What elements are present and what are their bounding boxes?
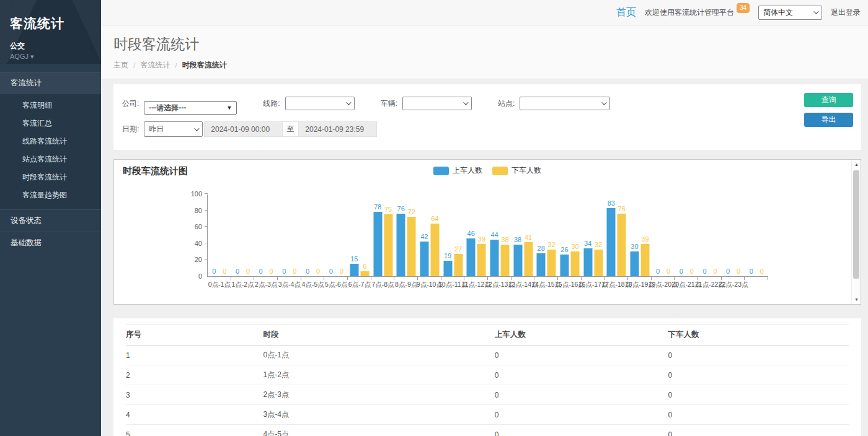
top-navbar: 首页 欢迎使用客流统计管理平台34 简体中文 退出登录: [101, 0, 868, 25]
home-link[interactable]: 首页: [616, 6, 636, 19]
bar-group: 384113点-14点: [512, 194, 535, 276]
bar: 32: [594, 250, 603, 276]
table-cell: 3: [126, 385, 264, 405]
bar-value-label: 0: [270, 268, 273, 275]
date-to-input[interactable]: 2024-01-09 23:59: [298, 121, 377, 137]
sidebar-subitem[interactable]: 客流量趋势图: [0, 186, 101, 204]
sidebar-subitem[interactable]: 线路客流统计: [0, 133, 101, 150]
bar-value-label: 0: [282, 268, 286, 275]
sidebar-subitem[interactable]: 客流明细: [0, 97, 101, 115]
date-label: 日期:: [122, 124, 139, 134]
table-cell: 0: [668, 405, 849, 425]
bar-group: 004点-5点: [301, 194, 325, 276]
y-axis-tick: [205, 193, 208, 194]
sidebar-section-passenger-stats[interactable]: 客流统计: [0, 72, 101, 94]
scroll-up-icon[interactable]: ▲: [852, 160, 861, 169]
bar-group: 76728点-9点: [394, 194, 418, 276]
bar-value-label: 0: [340, 268, 343, 275]
bar: 46: [467, 238, 476, 276]
y-axis-tick: [205, 243, 208, 243]
bar-value-label: 0: [666, 268, 670, 275]
table-cell: 0: [668, 346, 849, 365]
y-axis-tick: [205, 210, 208, 211]
bar-value-label: 0: [316, 268, 320, 275]
bar: 75: [384, 214, 392, 276]
x-axis-tick-label: 8点-9点: [395, 281, 417, 289]
legend-item[interactable]: 上车人数: [433, 165, 482, 176]
bar: 6: [360, 271, 369, 276]
bar-value-label: 46: [467, 230, 475, 237]
welcome-text: 欢迎使用客流统计管理平台34: [645, 7, 750, 18]
bar-group: 0021点-22点: [698, 194, 722, 276]
bar-group: 463911点-12点: [464, 194, 488, 276]
breadcrumb-section[interactable]: 客流统计: [140, 60, 170, 71]
bar-group: 001点-2点: [231, 194, 255, 276]
legend-swatch-icon: [492, 167, 508, 175]
data-table: 序号时段上车人数下车人数 10点-1点0021点-2点0032点-3点0043点…: [126, 324, 849, 436]
bar-value-label: 0: [760, 268, 764, 275]
bar-value-label: 30: [571, 243, 578, 250]
notification-badge[interactable]: 34: [737, 3, 750, 13]
sidebar-section-device-status[interactable]: 设备状态: [0, 209, 101, 232]
bar-value-label: 27: [454, 245, 462, 253]
station-select[interactable]: [520, 97, 610, 110]
sidebar-subitem[interactable]: 站点客流统计: [0, 150, 101, 168]
bar-value-label: 28: [538, 245, 545, 252]
scroll-down-icon[interactable]: ▼: [852, 295, 861, 304]
chevron-down-icon: [195, 126, 200, 131]
bar: 76: [618, 214, 626, 276]
bar-value-label: 26: [560, 246, 568, 253]
bar-value-label: 0: [246, 268, 250, 275]
company-select[interactable]: ---请选择--- ▼: [144, 101, 237, 115]
table-header-cell: 时段: [264, 325, 495, 346]
chart-title: 时段车流统计图: [123, 165, 188, 177]
table-row: 21点-2点00: [126, 365, 849, 385]
table-cell: 0: [495, 405, 668, 425]
sidebar-submenu: 客流明细客流汇总线路客流统计站点客流统计时段客流统计客流量趋势图: [0, 94, 101, 209]
date-preset-select[interactable]: 昨日: [144, 121, 203, 137]
scrollbar-thumb[interactable]: [853, 170, 859, 279]
bar: 38: [513, 245, 522, 276]
bar: 30: [630, 251, 639, 276]
bar: 19: [443, 261, 452, 276]
bar: 64: [430, 224, 439, 276]
language-select[interactable]: 简体中文: [758, 6, 822, 20]
table-cell: 2点-3点: [264, 385, 495, 405]
bar: 34: [583, 248, 592, 276]
bar-value-label: 0: [750, 268, 753, 275]
table-cell: 5: [126, 425, 264, 436]
bar-value-label: 39: [641, 235, 649, 243]
company-code-dropdown[interactable]: AQGJ ▾: [10, 53, 91, 61]
table-header-cell: 上车人数: [495, 325, 668, 346]
sidebar-subitem[interactable]: 时段客流统计: [0, 168, 101, 186]
chart-vertical-scrollbar[interactable]: ▲ ▼: [851, 160, 861, 304]
table-header-row: 序号时段上车人数下车人数: [126, 325, 849, 346]
y-axis-tick-label: 20: [195, 256, 202, 263]
bar: 32: [547, 250, 556, 276]
y-axis-tick-label: 40: [195, 240, 202, 247]
sidebar-menu: 客流统计 客流明细客流汇总线路客流统计站点客流统计时段客流统计客流量趋势图 设备…: [0, 72, 101, 254]
sidebar-subitem[interactable]: 客流汇总: [0, 115, 101, 133]
table-row: 10点-1点00: [126, 346, 849, 365]
export-button[interactable]: 导出: [804, 113, 853, 127]
sidebar-section-base-data[interactable]: 基础数据: [0, 232, 101, 254]
bar: 78: [373, 212, 382, 276]
table-cell: 0点-1点: [264, 346, 495, 365]
bar: 15: [350, 264, 358, 276]
legend-item[interactable]: 下车人数: [492, 165, 541, 176]
date-from-input[interactable]: 2024-01-09 00:00: [204, 121, 283, 137]
bar-value-label: 0: [702, 268, 706, 275]
breadcrumb-home[interactable]: 主页: [113, 60, 128, 71]
bar-group: 0022点-23点: [722, 194, 745, 276]
bar-value-label: 0: [329, 268, 333, 275]
filter-panel: 公司: ---请选择--- ▼ 线路: 车辆: 站点:: [113, 84, 861, 150]
page-header: 时段客流统计 主页 / 客流统计 / 时段客流统计: [101, 25, 868, 79]
vehicle-select[interactable]: [402, 97, 472, 110]
query-button[interactable]: 查询: [804, 93, 853, 107]
logout-link[interactable]: 退出登录: [831, 7, 861, 18]
line-select[interactable]: [285, 97, 355, 110]
breadcrumb-current: 时段客流统计: [182, 60, 227, 71]
table-body: 10点-1点0021点-2点0032点-3点0043点-4点0054点-5点00…: [126, 346, 849, 436]
bar-value-label: 0: [236, 268, 239, 275]
x-axis-tick-label: 7点-8点: [371, 281, 394, 289]
